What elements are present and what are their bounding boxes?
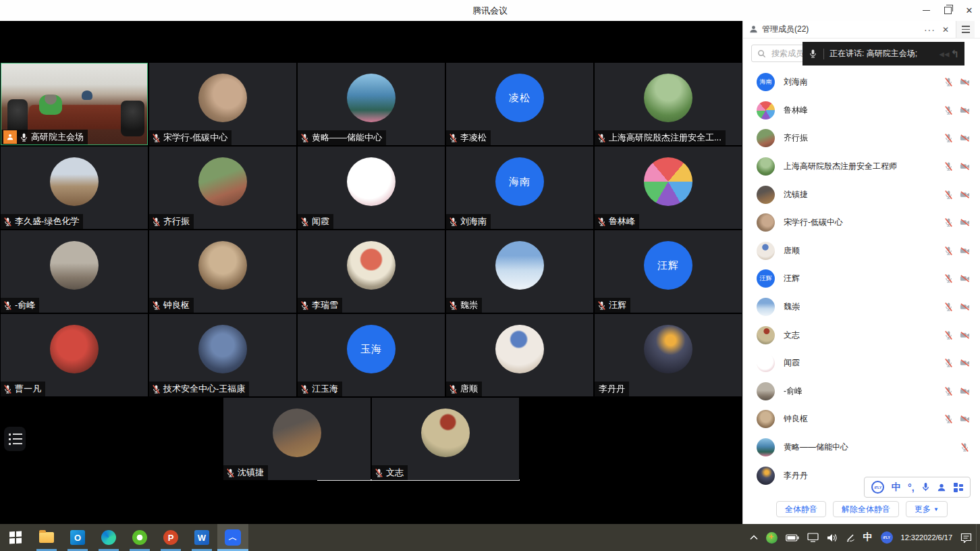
video-tile[interactable]: -俞峰: [1, 230, 148, 313]
video-tile[interactable]: 李瑞雪: [298, 230, 445, 313]
participant-name-label: 黄略——储能中心: [298, 130, 386, 145]
member-avatar: [757, 101, 775, 120]
tray-ifly-icon[interactable]: iFLY: [877, 524, 897, 551]
video-tile[interactable]: 唐顺: [446, 314, 593, 396]
tray-battery-icon[interactable]: [782, 524, 803, 551]
tray-ime-indicator[interactable]: 中: [859, 524, 877, 551]
close-button[interactable]: ✕: [958, 0, 980, 21]
member-row[interactable]: 宋学行-低碳中心: [743, 209, 980, 237]
muted-mic-icon: [944, 273, 954, 284]
member-row[interactable]: 黄略——储能中心: [743, 434, 980, 462]
video-tile[interactable]: 闻霞: [298, 147, 445, 229]
video-tile[interactable]: 高研院主会场: [1, 63, 148, 145]
participant-name-label: 宋学行-低碳中心: [149, 130, 232, 145]
member-row[interactable]: 沈镇捷: [743, 180, 980, 209]
layout-list-button[interactable]: [4, 427, 26, 451]
minimize-button[interactable]: [915, 0, 937, 21]
ime-user-button[interactable]: [937, 483, 946, 492]
video-tile[interactable]: 玉海 江玉海: [298, 314, 445, 396]
participant-avatar: [198, 241, 247, 290]
action-center-button[interactable]: [956, 524, 976, 551]
participant-name-label: 上海高研院殷杰注册安全工...: [595, 130, 726, 145]
muted-mic-icon: [374, 468, 384, 478]
video-tile[interactable]: 宋学行-低碳中心: [149, 63, 296, 145]
video-tile[interactable]: 汪辉 汪辉: [595, 230, 742, 313]
tray-antivirus-icon[interactable]: [762, 524, 782, 551]
muted-mic-icon: [300, 300, 310, 311]
member-row[interactable]: 钟良枢: [743, 405, 980, 434]
video-tile[interactable]: 沈镇捷: [223, 398, 371, 480]
show-desktop-button[interactable]: [976, 524, 980, 551]
member-avatar: [757, 354, 775, 372]
taskbar-clock[interactable]: 12:32 2022/6/17: [897, 524, 956, 551]
muted-mic-icon: [960, 442, 970, 452]
member-row[interactable]: 鲁林峰: [743, 97, 980, 125]
member-row[interactable]: 唐顺: [743, 237, 980, 265]
tray-volume-icon[interactable]: [823, 524, 842, 551]
more-button[interactable]: 更多▼: [906, 501, 948, 517]
video-tile[interactable]: 上海高研院殷杰注册安全工...: [595, 63, 742, 145]
clock-time: 12:32: [901, 533, 920, 542]
tencent-meeting-icon: ︿: [225, 529, 241, 546]
member-name: 刘海南: [784, 76, 808, 88]
video-tile[interactable]: 曹一凡: [1, 314, 148, 396]
video-tile[interactable]: 凌松 李凌松: [446, 63, 593, 145]
member-row[interactable]: 文志: [743, 321, 980, 349]
member-panel-title: 管理成员(22): [762, 24, 809, 35]
member-name: 沈镇捷: [784, 189, 808, 201]
participant-avatar: [495, 325, 544, 373]
tray-display-icon[interactable]: [803, 524, 823, 551]
video-tile[interactable]: 李丹丹: [595, 314, 742, 396]
video-tile[interactable]: 技术安全中心-王福康: [149, 314, 296, 396]
taskbar-edge[interactable]: [93, 524, 124, 551]
list-icon: [9, 434, 26, 436]
muted-camera-icon: [960, 386, 970, 396]
ifly-logo-icon[interactable]: iFLY: [871, 481, 884, 494]
taskbar-outlook[interactable]: O: [62, 524, 93, 551]
muted-camera-icon: [960, 330, 970, 340]
ime-punctuation-button[interactable]: °,: [908, 482, 915, 493]
taskbar-powerpoint[interactable]: P: [155, 524, 186, 551]
taskbar-file-explorer[interactable]: [31, 524, 62, 551]
video-tile[interactable]: 齐行振: [149, 147, 296, 229]
tray-expand-button[interactable]: [746, 524, 762, 551]
restore-button[interactable]: [937, 0, 958, 21]
member-row[interactable]: 齐行振: [743, 124, 980, 153]
muted-camera-icon: [960, 190, 970, 200]
muted-mic-icon: [944, 105, 954, 115]
member-row[interactable]: 闻霞: [743, 349, 980, 377]
panel-close-button[interactable]: ✕: [942, 25, 949, 34]
participant-name-label: 汪辉: [595, 298, 630, 313]
video-tile[interactable]: 魏崇: [446, 230, 593, 313]
taskbar-360-browser[interactable]: [124, 524, 155, 551]
member-row[interactable]: 汪辉 汪辉: [743, 265, 980, 293]
taskbar-tencent-meeting[interactable]: ︿: [217, 524, 248, 551]
window-title: 腾讯会议: [0, 0, 980, 21]
member-name: 宋学行-低碳中心: [784, 217, 843, 228]
video-tile[interactable]: 李久盛-绿色化学: [1, 147, 148, 229]
start-button[interactable]: [0, 524, 31, 551]
member-row[interactable]: -俞峰: [743, 377, 980, 406]
member-row[interactable]: 海南 刘海南: [743, 68, 980, 97]
video-tile[interactable]: 钟良枢: [149, 230, 296, 313]
video-tile[interactable]: 鲁林峰: [595, 147, 742, 229]
unmute-all-button[interactable]: 解除全体静音: [833, 501, 899, 517]
member-row[interactable]: 上海高研院殷杰注册安全工程师: [743, 153, 980, 181]
tray-pen-icon[interactable]: [842, 524, 859, 551]
panel-more-button[interactable]: ···: [924, 26, 935, 33]
mute-all-button[interactable]: 全体静音: [776, 501, 826, 517]
taskbar-word[interactable]: W: [186, 524, 217, 551]
panel-menu-button[interactable]: [956, 21, 975, 38]
ime-mic-button[interactable]: [921, 482, 930, 492]
video-tile[interactable]: 文志: [372, 398, 519, 480]
muted-mic-icon: [944, 302, 954, 312]
minimize-icon: [923, 10, 930, 11]
video-tile[interactable]: 黄略——储能中心: [298, 63, 445, 145]
list-icon: [9, 443, 26, 445]
member-name: 汪辉: [784, 273, 800, 284]
ime-grid-button[interactable]: [954, 483, 963, 492]
member-row[interactable]: 魏崇: [743, 293, 980, 321]
video-tile[interactable]: 海南 刘海南: [446, 147, 593, 229]
ime-chinese-mode-button[interactable]: 中: [892, 481, 901, 494]
member-name: 上海高研院殷杰注册安全工程师: [784, 161, 897, 172]
